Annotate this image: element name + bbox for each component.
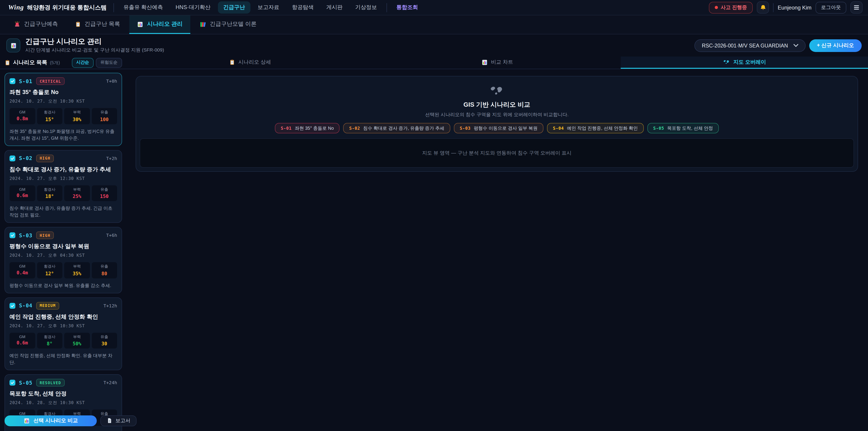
scenario-card-header: S-03HIGHT+6h: [9, 232, 117, 239]
compare-scenarios-button[interactable]: 선택 시나리오 비교: [4, 415, 97, 426]
world-icon: [723, 60, 730, 65]
scenario-checkbox[interactable]: [9, 155, 16, 161]
nav-item-aerial-search[interactable]: 항공탐색: [286, 1, 319, 13]
scenario-list-title: 시나리오 목록: [13, 59, 47, 66]
scenario-card[interactable]: S-01CRITICALT+0h좌현 35° 충돌로 No2024. 10. 2…: [4, 73, 122, 146]
scenario-card[interactable]: S-03HIGHT+6h평형수 이동으로 경사 일부 복원2024. 10. 2…: [4, 227, 122, 293]
severity-badge: RESOLVED: [36, 379, 65, 387]
main-tab-label: 지도 오버레이: [733, 59, 766, 65]
incident-status-badge: 사고 진행중: [709, 2, 753, 13]
page-header-actions: RSC-2026-001·M/V SEA GUARDIAN + 신규 시나리오: [694, 39, 862, 52]
main-tab-compare-chart[interactable]: 비교 차트: [374, 57, 621, 69]
tab-scenario-management[interactable]: 시나리오 관리: [129, 16, 190, 34]
world-map-icon: [489, 86, 504, 96]
stat-box: GM0.6m: [9, 185, 35, 201]
page-title-group: 긴급구난 시나리오 관리 시간 단계별 시나리오 비교·검토 및 구난 의사결정…: [25, 37, 164, 53]
chip-id: S-04: [553, 126, 564, 131]
chip-id: S-01: [281, 126, 291, 131]
stat-label: 유출: [92, 110, 116, 115]
scenario-id: S-02: [19, 155, 32, 161]
nav-item-oil-spill-forecast[interactable]: 유출유 확산예측: [118, 1, 168, 13]
scenario-stats: GM0.6m횡경사18°부력25%유출150: [9, 185, 117, 201]
stat-value: 0.6m: [10, 340, 34, 345]
tab-rescue-list[interactable]: 긴급구난 목록: [67, 16, 128, 34]
stat-value: 150: [92, 193, 116, 199]
menu-button[interactable]: [850, 1, 863, 13]
books-icon: [200, 21, 206, 27]
map-view-area: 지도 뷰 영역 — 구난 분석 지도와 연동하여 침수 구역 오버레이 표시: [140, 138, 854, 168]
scenario-card[interactable]: S-04MEDIUMT+12h예인 작업 진행중, 선체 안정화 확인2024.…: [4, 297, 122, 370]
stat-box: 횡경사12°: [37, 262, 62, 278]
main-tab-map-overlay[interactable]: 지도 오버레이: [621, 57, 868, 69]
main-nav: 유출유 확산예측HNS·대기확산긴급구난보고자료항공탐색게시판기상정보통합조회: [118, 1, 423, 13]
gis-comparison-panel: GIS 기반 시나리오 비교 선택된 시나리오의 침수 구역을 지도 위에 오버…: [135, 76, 858, 172]
chip-id: S-03: [460, 126, 471, 131]
logout-button[interactable]: 로그아웃: [815, 2, 846, 13]
bar-chart-icon: [10, 42, 17, 49]
stat-box: GM0.8m: [9, 108, 35, 124]
time-offset: T+6h: [106, 233, 117, 238]
chip-label: 예인 작업 진행중, 선체 안정화 확인: [567, 125, 638, 131]
content-header-strip: 시나리오 목록 (5개) 시간순 위험도순 시나리오 상세비교 차트지도 오버레…: [0, 57, 868, 69]
stat-label: 횡경사: [38, 187, 61, 192]
status-dot-icon: [715, 6, 718, 9]
severity-badge: MEDIUM: [36, 302, 59, 309]
nav-item-board[interactable]: 게시판: [321, 1, 348, 13]
tab-label: 긴급구난예측: [24, 20, 58, 28]
scenario-id: S-03: [19, 232, 32, 239]
stat-label: 유출: [92, 187, 116, 192]
chip-label: 평형수 이동으로 경사 일부 복원: [474, 125, 537, 131]
scenario-checkbox[interactable]: [9, 232, 16, 238]
stat-label: 부력: [65, 187, 89, 192]
time-offset: T+0h: [106, 79, 117, 84]
main-tab-scenario-detail[interactable]: 시나리오 상세: [127, 57, 374, 69]
scenario-stats: GM0.6m횡경사8°부력50%유출30: [9, 333, 117, 348]
scenario-chip[interactable]: S-05목포항 도착, 선체 안정: [647, 123, 719, 133]
nav-item-emergency-rescue[interactable]: 긴급구난: [218, 1, 250, 13]
new-scenario-button[interactable]: + 신규 시나리오: [809, 39, 862, 52]
nav-item-reports[interactable]: 보고자료: [252, 1, 285, 13]
stat-label: GM: [10, 334, 34, 339]
stat-value: 0.6m: [10, 192, 34, 198]
stat-value: 18°: [38, 193, 61, 199]
scenario-description: 좌현 35° 충돌로 No.1P 화물탱크 파공, 벙커C유 유출 개시. 좌현…: [9, 128, 117, 141]
chip-label: 목포항 도착, 선체 안정: [667, 125, 713, 131]
stat-label: GM: [10, 187, 34, 191]
case-selector-dropdown[interactable]: RSC-2026-001·M/V SEA GUARDIAN: [694, 39, 806, 52]
scenario-chip[interactable]: S-02침수 확대로 경사 증가, 유출량 증가 추세: [343, 123, 450, 133]
scenario-datetime: 2024. 10. 27. 오후 10:30 KST: [9, 323, 117, 329]
scenario-datetime: 2024. 10. 27. 오후 12:30 KST: [9, 176, 117, 182]
tab-rescue-model-theory[interactable]: 긴급구난모델 이론: [192, 16, 264, 34]
sort-by-risk-button[interactable]: 위험도순: [96, 58, 122, 68]
nav-item-integrated-search[interactable]: 통합조회: [391, 1, 423, 13]
scenario-id: S-01: [19, 78, 32, 84]
nav-item-weather-info[interactable]: 기상정보: [350, 1, 382, 13]
stat-box: 유출150: [92, 185, 117, 201]
stat-box: 횡경사8°: [37, 333, 62, 348]
scenario-title: 평형수 이동으로 경사 일부 복원: [9, 243, 117, 250]
scenario-chip[interactable]: S-01좌현 35° 충돌로 No: [275, 123, 340, 133]
scenario-checkbox[interactable]: [9, 380, 16, 386]
chip-label: 침수 확대로 경사 증가, 유출량 증가 추세: [363, 125, 444, 131]
scenario-checkbox[interactable]: [9, 303, 16, 308]
severity-badge: CRITICAL: [36, 77, 65, 85]
chip-id: S-02: [349, 126, 360, 131]
sort-by-time-button[interactable]: 시간순: [72, 58, 94, 68]
stat-label: 부력: [65, 334, 89, 340]
report-button[interactable]: 보고서: [101, 415, 137, 426]
nav-item-hns-air-diffusion[interactable]: HNS·대기확산: [170, 1, 216, 13]
user-name: Eunjeong Kim: [778, 4, 811, 11]
main-tab-label: 시나리오 상세: [238, 59, 271, 65]
scenario-chip[interactable]: S-04예인 작업 진행중, 선체 안정화 확인: [547, 123, 644, 133]
notifications-button[interactable]: [757, 1, 769, 13]
bar-chart-icon: [482, 59, 488, 65]
scenario-checkbox[interactable]: [9, 78, 16, 84]
tab-rescue-forecast[interactable]: 긴급구난예측: [6, 16, 66, 34]
stat-box: GM0.4m: [9, 262, 35, 278]
scenario-card[interactable]: S-02HIGHT+2h침수 확대로 경사 증가, 유출량 증가 추세2024.…: [4, 150, 122, 223]
time-offset: T+2h: [106, 156, 117, 161]
compare-button-label: 선택 시나리오 비교: [33, 417, 78, 424]
scenario-chip[interactable]: S-03평형수 이동으로 경사 일부 복원: [454, 123, 544, 133]
map-placeholder-text: 지도 뷰 영역 — 구난 분석 지도와 연동하여 침수 구역 오버레이 표시: [422, 150, 571, 156]
logo-mark: Wing: [8, 3, 24, 11]
